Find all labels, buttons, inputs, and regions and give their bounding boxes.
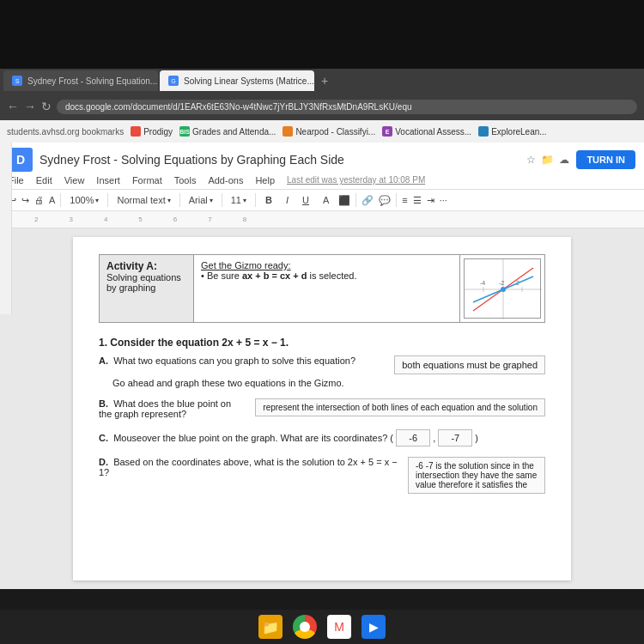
question-1a-answer[interactable]: both equations must be graphed xyxy=(394,355,545,374)
menu-format[interactable]: Format xyxy=(132,175,162,185)
question-1a-followup: Go ahead and graph these two equations i… xyxy=(112,378,545,388)
tab-2-label: Solving Linear Systems (Matrice... xyxy=(184,76,314,86)
question-1b-answer[interactable]: represent the intersection of both lines… xyxy=(255,398,545,416)
taskbar: 📁 M ▶ xyxy=(0,610,644,644)
refresh-button[interactable]: ↻ xyxy=(41,100,52,113)
gdocs-icons: ☆ 📁 ☁ xyxy=(526,154,569,166)
more-icon[interactable]: ··· xyxy=(440,195,447,205)
align-icon[interactable]: ≡ xyxy=(402,195,407,205)
question-1d-label: D. xyxy=(99,457,111,467)
zoom-dropdown[interactable]: 100% ▾ xyxy=(66,193,102,207)
comment-icon[interactable]: 💬 xyxy=(379,195,391,206)
question-1a-label: A. xyxy=(99,355,111,366)
separator-5 xyxy=(255,193,256,207)
bold-button[interactable]: B xyxy=(261,193,276,207)
bookmark-nearpod[interactable]: Nearpod - Classifyi... xyxy=(283,126,375,137)
bookmark-grades-label: Grades and Attenda... xyxy=(192,127,276,137)
gdocs-title-bar: D Sydney Frost - Solving Equations by Gr… xyxy=(9,148,635,172)
folder-icon[interactable]: 📁 xyxy=(541,154,554,166)
new-tab-button[interactable]: + xyxy=(316,74,333,88)
gizmo-instruction-text: Be sure ax + b = cx + d is selected. xyxy=(207,270,357,281)
bookmark-vocational[interactable]: E Vocational Assess... xyxy=(382,126,471,137)
menu-view[interactable]: View xyxy=(64,175,85,185)
link-icon[interactable]: 🔗 xyxy=(361,195,374,206)
graph-svg: -4 -2 2 xyxy=(465,259,542,319)
grades-icon: BIS xyxy=(179,126,190,137)
doc-page: Activity A: Solving equations by graphin… xyxy=(73,237,571,580)
question-1c: C. Mouseover the blue point on the graph… xyxy=(99,429,545,447)
taskbar-play-icon[interactable]: ▶ xyxy=(361,615,386,639)
taskbar-gmail-icon[interactable]: M xyxy=(327,615,351,639)
highlight-icon[interactable]: ⬛ xyxy=(338,195,350,206)
font-dropdown[interactable]: Arial ▾ xyxy=(185,193,216,207)
question-1c-answer-y[interactable]: -7 xyxy=(438,429,472,447)
question-section: 1. Consider the equation 2x + 5 = x − 1.… xyxy=(99,337,545,494)
question-1a: A. What two equations can you graph to s… xyxy=(99,355,545,388)
forward-button[interactable]: → xyxy=(24,100,36,113)
question-1a-body: What two equations can you graph to solv… xyxy=(113,355,355,366)
question-1d-text: D. Based on the coordinates above, what … xyxy=(99,457,399,477)
bookmark-grades[interactable]: BIS Grades and Attenda... xyxy=(179,126,276,137)
turn-in-button[interactable]: TURN IN xyxy=(576,150,635,169)
spellcheck-icon[interactable]: A xyxy=(49,195,55,205)
question-1-stem: 1. Consider the equation 2x + 5 = x − 1. xyxy=(99,337,545,349)
question-1d-answer[interactable]: -6 -7 is the solution since in the inter… xyxy=(408,457,545,494)
separator-4 xyxy=(222,193,222,207)
separator-6 xyxy=(355,193,356,207)
menu-help[interactable]: Help xyxy=(255,175,275,185)
tab-bar: S Sydney Frost - Solving Equation... × G… xyxy=(0,69,644,93)
separator-2 xyxy=(107,193,108,207)
doc-title: Sydney Frost - Solving Equations by Grap… xyxy=(39,153,519,167)
italic-button[interactable]: I xyxy=(282,193,293,207)
style-value: Normal text xyxy=(117,195,165,205)
color-button[interactable]: A xyxy=(319,193,333,207)
bookmarks-bar: students.avhsd.org bookmarks Prodigy BIS… xyxy=(0,120,644,143)
size-dropdown[interactable]: 11 ▾ xyxy=(228,193,250,207)
menu-edit[interactable]: Edit xyxy=(36,175,52,185)
font-value: Arial xyxy=(189,195,208,205)
bookmark-students[interactable]: students.avhsd.org bookmarks xyxy=(7,127,124,137)
print-icon[interactable]: 🖨 xyxy=(34,195,44,205)
chrome-inner xyxy=(300,622,310,632)
prodigy-icon xyxy=(131,126,141,137)
activity-label-3: by graphing xyxy=(106,283,186,293)
menu-addons[interactable]: Add-ons xyxy=(208,175,243,185)
tab-2[interactable]: G Solving Linear Systems (Matrice... × xyxy=(160,70,314,91)
activity-label-1: Activity A: xyxy=(106,260,186,272)
taskbar-chrome-icon[interactable] xyxy=(293,615,317,639)
cloud-icon[interactable]: ☁ xyxy=(559,154,569,166)
svg-text:-2: -2 xyxy=(499,280,504,286)
format-toolbar: ↩ ↪ 🖨 A 100% ▾ Normal text ▾ Arial ▾ 11 … xyxy=(0,190,644,211)
style-dropdown[interactable]: Normal text ▾ xyxy=(113,193,173,207)
bookmark-prodigy[interactable]: Prodigy xyxy=(131,126,173,137)
browser-chrome: S Sydney Frost - Solving Equation... × G… xyxy=(0,69,644,228)
ruler: 2 3 4 5 6 7 8 xyxy=(0,211,644,228)
doc-content: Activity A: Solving equations by graphin… xyxy=(0,228,644,589)
address-input[interactable] xyxy=(57,100,637,114)
address-bar: ← → ↻ xyxy=(0,93,644,120)
bookmark-nearpod-label: Nearpod - Classifyi... xyxy=(295,127,375,137)
question-1a-followup-text: Go ahead and graph these two equations i… xyxy=(112,378,344,388)
menu-insert[interactable]: Insert xyxy=(96,175,120,185)
question-1a-text: A. What two equations can you graph to s… xyxy=(99,355,386,366)
question-1b-body: What does the blue point on the graph re… xyxy=(99,398,231,419)
svg-point-9 xyxy=(501,287,506,292)
back-button[interactable]: ← xyxy=(7,100,19,113)
question-1b-text: B. What does the blue point on the graph… xyxy=(99,398,246,419)
tab-1[interactable]: S Sydney Frost - Solving Equation... × xyxy=(3,70,158,91)
menu-tools[interactable]: Tools xyxy=(174,175,197,185)
bookmark-explore[interactable]: ExploreLean... xyxy=(478,126,547,137)
list-icon[interactable]: ☰ xyxy=(413,195,422,206)
question-1c-answer-x[interactable]: -6 xyxy=(396,429,430,447)
indent-icon[interactable]: ⇥ xyxy=(427,195,434,206)
explore-icon xyxy=(478,126,489,137)
redo-icon[interactable]: ↪ xyxy=(21,195,29,206)
separator-3 xyxy=(179,193,180,207)
question-1d: D. Based on the coordinates above, what … xyxy=(99,457,545,494)
side-panel xyxy=(0,143,12,314)
activity-label-2: Solving equations xyxy=(106,272,186,283)
question-1d-row: D. Based on the coordinates above, what … xyxy=(99,457,545,494)
underline-button[interactable]: U xyxy=(298,193,313,207)
star-icon[interactable]: ☆ xyxy=(526,154,536,166)
taskbar-files-icon[interactable]: 📁 xyxy=(258,615,283,639)
